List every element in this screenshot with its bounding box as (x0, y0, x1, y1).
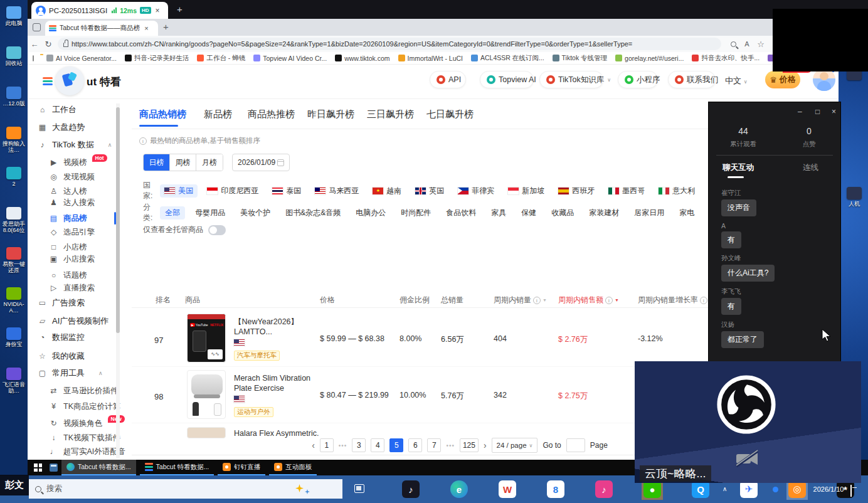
taskbar-app-钉钉直播[interactable]: 钉钉直播 (218, 460, 265, 475)
tab-七日飙升榜[interactable]: 七日飙升榜 (426, 109, 474, 120)
bookmark-item[interactable]: Topview AI Video Cr... (253, 54, 327, 63)
tab-昨日飙升榜[interactable]: 昨日飙升榜 (307, 109, 354, 120)
taskbar-app-douyin[interactable]: ♪ (400, 479, 421, 500)
close-tab-icon[interactable]: × (144, 24, 148, 32)
task-view-icon[interactable] (354, 484, 364, 493)
sidebar-item[interactable]: ⇄亚马逊比价插件 (49, 384, 119, 397)
category-filter[interactable]: 收藏品 (546, 206, 579, 220)
taskbar-search-box[interactable]: 搜索 (29, 479, 342, 499)
desktop-icon[interactable]: 身份宝 (0, 327, 28, 347)
taskbar-app-meeting[interactable]: 8 (545, 479, 566, 500)
country-filter[interactable]: 美国 (160, 184, 198, 198)
taskbar-app-互动面板[interactable]: 互动面板 (269, 460, 317, 475)
tab-商品热销榜[interactable]: 商品热销榜 (139, 109, 186, 120)
tab-商品热推榜[interactable]: 商品热推榜 (248, 109, 295, 120)
category-filter[interactable]: 时尚配件 (396, 206, 436, 220)
managed-toggle-switch[interactable] (208, 225, 226, 235)
country-filter[interactable]: 越南 (368, 184, 406, 198)
sidebar-item[interactable]: ▭广告搜索 (38, 297, 85, 309)
column-header[interactable]: 周期内销售额i▼ (558, 295, 619, 305)
tab-新品榜[interactable]: 新品榜 (204, 109, 232, 120)
bookmark-item[interactable]: 抖音-记录美好生活 (125, 54, 189, 63)
table-row[interactable]: 97▶YouTubeNETFLIX∿∿【NewYear2026】LAMTTO..… (132, 310, 712, 367)
country-filter[interactable]: 西班牙 (554, 184, 599, 198)
desktop-icon[interactable]: 此电脑 (0, 6, 28, 26)
country-filter[interactable]: 英国 (411, 184, 448, 198)
nav-item-TikTok知识库[interactable]: TikTok知识库∨ (539, 71, 603, 88)
category-filter[interactable]: 电脑办公 (351, 206, 391, 220)
find-icon[interactable] (726, 40, 740, 49)
nav-item-小程序[interactable]: 小程序 (618, 71, 658, 88)
sidebar-item[interactable]: ♟达人搜索 (49, 196, 95, 209)
close-icon[interactable]: × (832, 107, 836, 116)
category-filter[interactable]: 家具 (486, 206, 511, 220)
bookmark-item[interactable]: gorelay.net/#/useri... (615, 54, 684, 63)
country-filter[interactable]: 新加坡 (504, 184, 549, 198)
tray-app-icon[interactable] (773, 487, 778, 492)
chat-tab-聊天互动[interactable]: 聊天互动 (722, 162, 754, 173)
period-日榜[interactable]: 日榜 (144, 154, 170, 171)
sidebar-item[interactable]: □小店榜 (49, 241, 87, 253)
country-filter[interactable]: 意大利 (654, 184, 699, 198)
page-number[interactable]: 1 (320, 438, 334, 452)
sidebar-item[interactable]: ▣小店搜索 (49, 253, 95, 265)
desktop-icon[interactable]: 爱思助手 8.0(64位 (0, 207, 28, 233)
close-session-icon[interactable]: × (156, 6, 160, 15)
read-aloud-icon[interactable]: A (740, 40, 754, 48)
next-page-icon[interactable]: › (484, 440, 487, 450)
country-filter[interactable]: 墨西哥 (604, 184, 649, 198)
refresh-icon[interactable]: ↻ (41, 40, 55, 49)
clock-date[interactable]: 2026/1/10 (807, 485, 850, 493)
sidebar-item[interactable]: ↓TK视频下载插件 (49, 432, 120, 444)
column-header[interactable]: 周期内销量增长率i▼ (638, 295, 714, 305)
sidebar-item[interactable]: ▤商品榜 (49, 212, 87, 225)
country-filter[interactable]: 菲律宾 (453, 184, 499, 198)
browser-tab[interactable]: Tabcut 特看数据——商品榜 × (45, 21, 158, 36)
page-number[interactable]: 3 (352, 438, 366, 452)
taskbar-app-edge[interactable]: e (448, 479, 470, 500)
address-bar[interactable]: https://www.tabcut.com/zh-CN/ranking/goo… (58, 38, 721, 50)
back-icon[interactable]: ← (28, 40, 41, 49)
chat-tab-连线[interactable]: 连线 (803, 162, 818, 173)
calculator-icon[interactable] (50, 463, 58, 472)
sidebar-item[interactable]: ▦大盘趋势 (38, 121, 85, 134)
desktop-icon[interactable]: 人机 (840, 187, 868, 207)
desktop-icon[interactable]: 2 (0, 167, 28, 187)
sidebar-item[interactable]: ◇选品引擎 (49, 226, 95, 238)
sidebar-item[interactable]: ↻视频换角色New (49, 417, 125, 430)
desktop-icon[interactable]: NVIDIA-A… (0, 287, 28, 314)
country-filter[interactable]: 印度尼西亚 (203, 184, 263, 198)
nav-item-Topview AI[interactable]: Topview AI (480, 71, 534, 88)
sidebar-item[interactable]: ▢常用工具∧ (38, 367, 103, 379)
bookmark-item[interactable]: www.tiktok.com (335, 54, 389, 63)
category-filter[interactable]: 母婴用品 (190, 206, 230, 220)
favorite-star-icon[interactable]: ☆ (754, 40, 768, 49)
sidebar-item[interactable]: ▶视频榜Hot (49, 156, 107, 169)
taskbar-app-wps[interactable]: W (497, 479, 518, 500)
category-filter[interactable]: 家装建材 (584, 206, 624, 220)
menu-stripes-icon[interactable] (43, 77, 53, 85)
bookmark-item[interactable]: AI Voice Generator... (46, 54, 117, 63)
sidebar-item[interactable]: ♩超写实AI外语配音 (49, 445, 125, 458)
sidebar-item[interactable]: ♙达人榜 (49, 185, 87, 198)
sidebar-item[interactable]: ♪TikTok 数据∧ (38, 139, 112, 151)
sidebar-item[interactable]: ▱AI广告视频制作 (38, 315, 109, 327)
taskbar-app-Tabcut 特看数据...[interactable]: Tabcut 特看数据... (140, 460, 214, 475)
sidebar-item[interactable]: ◎发现视频 (49, 171, 95, 183)
sidebar-item[interactable]: ¥TK商品定价计算 (49, 400, 120, 413)
table-row[interactable]: 98Merach Slim Vibration Plate Exercise M… (132, 367, 712, 423)
reading-list-icon[interactable] (33, 55, 34, 61)
nav-item-API[interactable]: API (430, 71, 466, 88)
sidebar-item[interactable]: ▷直播搜索 (49, 282, 95, 294)
sidebar-item[interactable]: ⌂工作台 (38, 103, 77, 116)
tab-search-icon[interactable] (33, 23, 41, 31)
bookmark-item[interactable]: 工作台 - 蝉镜 (197, 54, 245, 63)
column-header[interactable]: 周期内销量i▼ (494, 295, 547, 305)
period-周榜[interactable]: 周榜 (170, 154, 196, 171)
category-filter[interactable]: 居家日用 (629, 206, 669, 220)
language-switcher[interactable]: 中文 ∨ (725, 75, 747, 87)
page-size-select[interactable]: 24 / page∨ (492, 438, 538, 453)
page-number[interactable]: 4 (371, 438, 384, 452)
country-filter[interactable]: 泰国 (268, 184, 305, 198)
new-tab-button[interactable]: + (163, 21, 169, 32)
